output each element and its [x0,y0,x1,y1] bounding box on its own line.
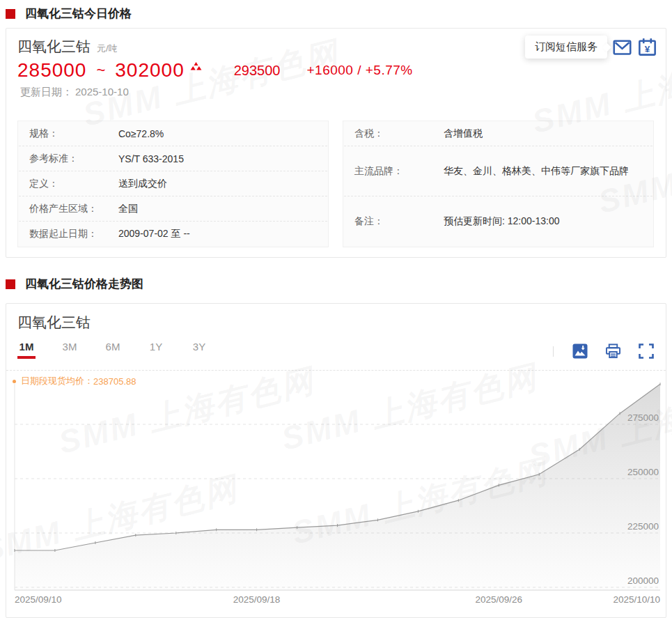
chart-title: 四氧化三钴 [17,313,91,332]
table-row: 定义： 送到成交价 [19,171,327,196]
tab-3y[interactable]: 3Y [191,341,208,353]
price-trend-chart[interactable]: 2000002250002500002750002025/09/102025/0… [6,383,666,605]
price-low: 285000 [17,59,86,82]
price-subscribe-icon[interactable]: ¥ [637,38,657,56]
update-date-value: 2025-10-10 [75,86,129,98]
price-average: 293500 [234,63,281,79]
row-value: Co≥72.8% [118,128,164,139]
price-tilde: ~ [96,61,105,79]
tab-6m[interactable]: 6M [104,341,121,353]
red-square-bullet-icon [6,279,15,289]
spec-table-right: 含税： 含增值税 主流品牌： 华友、金川、格林美、中伟等厂家旗下品牌 备注： 预… [343,121,654,247]
red-square-bullet-icon [6,9,15,19]
row-value: 华友、金川、格林美、中伟等厂家旗下品牌 [444,165,629,178]
row-value: 预估更新时间: 12:00-13:00 [444,215,560,228]
range-tabs: 1M 3M 6M 1Y 3Y [18,341,208,353]
price-row: 285000 ~ 302000 293500 +16000 / +5.77% [17,59,413,82]
tab-1m[interactable]: 1M [18,341,35,353]
row-label: 含税： [354,128,444,140]
row-label: 价格产生区域： [29,203,118,215]
save-image-icon[interactable] [572,343,588,359]
row-value: YS/T 633-2015 [118,153,184,164]
spec-table-left: 规格： Co≥72.8% 参考标准： YS/T 633-2015 定义： 送到成… [17,121,329,247]
row-label: 备注： [354,215,444,228]
tab-1y[interactable]: 1Y [148,341,164,353]
price-unit: 元/吨 [97,43,118,55]
chart-toolbar [553,343,654,359]
price-change-slash: / [357,63,361,77]
row-value: 全国 [118,203,138,215]
area-chart-svg: 2000002250002500002750002025/09/102025/0… [6,383,666,605]
table-row: 价格产生区域： 全国 [19,196,327,222]
card-action-icons: ¥ [612,38,657,56]
spec-tables: 规格： Co≥72.8% 参考标准： YS/T 633-2015 定义： 送到成… [17,121,654,247]
table-row: 含税： 含增值税 [344,121,653,146]
product-name: 四氧化三钴 [17,37,91,56]
update-date: 更新日期：2025-10-10 [17,86,129,99]
tab-3m[interactable]: 3M [61,341,78,353]
table-row: 主流品牌： 华友、金川、格林美、中伟等厂家旗下品牌 [344,146,653,196]
row-label: 规格： [29,128,118,140]
table-row: 规格： Co≥72.8% [19,121,327,146]
product-title-row: 四氧化三钴 元/吨 [17,37,118,56]
heading-text: 四氧化三钴今日价格 [25,6,132,22]
today-price-heading: 四氧化三钴今日价格 [6,6,132,22]
update-date-label: 更新日期： [20,86,72,98]
table-row: 参考标准： YS/T 633-2015 [19,146,327,171]
row-value: 送到成交价 [118,178,167,190]
toolbar-divider [553,346,554,357]
row-label: 主流品牌： [354,165,444,178]
price-up-trend-icon [190,61,202,73]
tabs-separator [6,370,666,371]
svg-text:2025/09/26: 2025/09/26 [476,594,523,605]
price-high: 302000 [115,59,184,82]
price-change-abs: +16000 [306,63,353,77]
trend-chart-heading: 四氧化三钴价格走势图 [6,276,143,292]
trend-chart-card: 四氧化三钴 1M 3M 6M 1Y 3Y [6,303,666,618]
svg-text:2025/09/18: 2025/09/18 [233,594,281,605]
fullscreen-icon[interactable] [639,343,654,359]
price-change-pct: +5.77% [366,63,413,77]
price-change: +16000 / +5.77% [306,63,412,78]
print-icon[interactable] [605,343,621,359]
row-label: 数据起止日期： [29,228,118,240]
row-label: 定义： [29,178,118,190]
mail-icon[interactable] [612,38,632,56]
row-value: 含增值税 [444,128,483,140]
subscribe-sms-button[interactable]: 订阅短信服务 [525,36,607,59]
table-row: 备注： 预估更新时间: 12:00-13:00 [344,196,653,247]
svg-text:2025/10/10: 2025/10/10 [613,594,660,605]
table-row: 数据起止日期： 2009-07-02 至 -- [19,222,327,247]
today-price-card: 四氧化三钴 元/吨 订阅短信服务 ¥ 285000 ~ 302000 [6,28,666,258]
row-label: 参考标准： [29,153,118,165]
row-value: 2009-07-02 至 -- [118,228,190,240]
svg-text:2025/09/10: 2025/09/10 [15,594,62,605]
svg-text:¥: ¥ [645,44,650,54]
heading-text: 四氧化三钴价格走势图 [25,276,143,292]
